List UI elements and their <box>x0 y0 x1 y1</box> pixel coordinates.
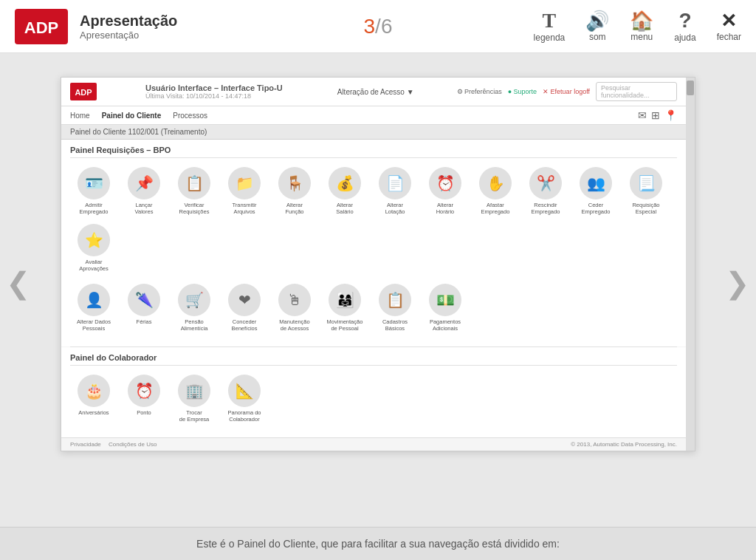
browser-content: ADP Usuário Interface – Interface Tipo-U… <box>61 78 686 451</box>
fechar-icon: ✕ <box>721 11 737 30</box>
main-area: ❮ ADP Usuário Interface – Interface Tipo… <box>0 62 756 459</box>
colaborador-icon-item[interactable]: 📐Panorama doColaborador <box>221 372 268 426</box>
search-box[interactable]: Pesquisar funcionalidade... <box>596 82 677 101</box>
nav-icons-right: ✉ ⊞ 📍 <box>638 109 677 121</box>
support-link[interactable]: ● Suporte <box>508 88 537 95</box>
fechar-button[interactable]: ✕ fechar <box>717 11 741 42</box>
footer-terms-link[interactable]: Condições de Uso <box>109 441 157 448</box>
colaborador-icon-item[interactable]: 🎂Aniversários <box>70 372 117 426</box>
app-header: ADP Usuário Interface – Interface Tipo-U… <box>61 78 686 106</box>
user-name: Usuário Interface – Interface Tipo-U <box>145 83 283 92</box>
preferences-link[interactable]: ⚙ Preferências <box>457 88 502 95</box>
next-slide-button[interactable]: ❯ <box>725 266 750 300</box>
bpo-icon-item[interactable]: 📋VerificarRequisições <box>171 164 218 218</box>
icon-circle: 🌂 <box>128 284 160 316</box>
nav-painel[interactable]: Painel do Cliente <box>102 110 162 121</box>
bpo-icon-item[interactable]: ⏰AlterarHorário <box>422 164 469 218</box>
icon-label: VerificarRequisições <box>179 202 210 215</box>
prev-slide-button[interactable]: ❮ <box>6 266 31 300</box>
icon-circle: ⭐ <box>78 224 110 256</box>
bpo-row2-icon-item[interactable]: 📋CadastrosBásicos <box>371 281 419 335</box>
adp-logo: ADP <box>15 9 68 44</box>
top-bar: ADP Apresentação Apresentação 3/6 T lege… <box>0 0 756 53</box>
icon-circle: ⏰ <box>128 375 160 407</box>
bpo-row2-icon-item[interactable]: ❤ConcederBenefícios <box>221 281 268 335</box>
panel-bpo-section: Painel Requisições – BPO 🪪AdmitirEmprega… <box>61 140 686 346</box>
bpo-row2-icon-item[interactable]: 🛒PensãoAlimentícia <box>171 281 218 335</box>
search-placeholder: Pesquisar funcionalidade... <box>601 84 650 99</box>
footer-privacy-link[interactable]: Privacidade <box>70 441 101 448</box>
header-right: ⚙ Preferências ● Suporte ✕ Efetuar logof… <box>457 82 677 101</box>
legenda-label: legenda <box>534 33 566 43</box>
icon-label: TransmitirArquivos <box>232 202 256 215</box>
bpo-icon-item[interactable]: ✋AfastarEmpregado <box>472 164 519 218</box>
bpo-row2-icon-item[interactable]: 🖱Manutençãode Acessos <box>271 281 318 335</box>
som-button[interactable]: 🔊 som <box>585 11 609 42</box>
bpo-icons-row2: 👤Alterar DadosPessoais🌂Férias🛒PensãoAlim… <box>70 281 677 341</box>
icon-circle: 🎂 <box>78 375 110 407</box>
svg-text:ADP: ADP <box>75 88 92 97</box>
scrollbar-thumb[interactable] <box>687 81 694 95</box>
icon-label: Ponto <box>137 409 151 416</box>
title-block: Apresentação Apresentação <box>80 13 177 41</box>
nav-home[interactable]: Home <box>70 110 90 121</box>
footer-copyright: © 2013, Automatic Data Processing, Inc. <box>571 441 677 448</box>
bpo-icon-item[interactable]: ✂️RescindirEmpregado <box>522 164 569 218</box>
icon-label: Alterar DadosPessoais <box>77 318 111 332</box>
nav-processos[interactable]: Processos <box>173 110 207 121</box>
icon-circle: 🛒 <box>178 284 210 316</box>
icon-label: Trocarde Empresa <box>179 409 209 423</box>
icon-label: LançarValores <box>135 202 154 215</box>
bpo-icon-item[interactable]: 📃RequisiçãoEspecial <box>622 164 670 218</box>
bpo-icon-item[interactable]: 📌LançarValores <box>120 164 168 218</box>
logoff-link[interactable]: ✕ Efetuar logoff <box>543 88 590 95</box>
icon-circle: 📌 <box>128 167 160 199</box>
icon-circle: 👤 <box>78 284 110 316</box>
slide-counter: 3/6 <box>364 15 393 38</box>
icon-label: AlterarLotação <box>385 202 405 215</box>
bpo-icon-item[interactable]: 💰AlterarSalário <box>321 164 368 218</box>
bpo-icon-item[interactable]: 🪑AlterarFunção <box>271 164 318 218</box>
bpo-icon-item[interactable]: 🪪AdmitirEmpregado <box>70 164 117 218</box>
access-change-link[interactable]: Alteração de Acesso ▼ <box>337 88 414 96</box>
panel-bpo-title: Painel Requisições – BPO <box>70 146 677 158</box>
icon-circle: 📐 <box>228 375 261 407</box>
bottom-caption: Este é o Painel do Cliente, que para fac… <box>0 527 756 560</box>
icon-label: Movimentaçãode Pessoal <box>327 318 363 332</box>
icon-label: AvaliarAprovações <box>79 259 109 272</box>
som-icon: 🔊 <box>585 11 609 30</box>
app-footer: Privacidade Condições de Uso © 2013, Aut… <box>61 437 686 451</box>
bpo-row2-icon-item[interactable]: 👤Alterar DadosPessoais <box>70 281 117 335</box>
scrollbar[interactable] <box>686 78 695 451</box>
som-label: som <box>589 32 606 42</box>
bpo-row2-icon-item[interactable]: 💵PagamentosAdicionais <box>422 281 469 335</box>
bpo-icon-item[interactable]: 📄AlterarLotação <box>371 164 419 218</box>
fechar-label: fechar <box>717 32 741 42</box>
bpo-icon-item[interactable]: 👥CederEmpregado <box>572 164 619 218</box>
icon-circle: ✂️ <box>529 167 562 199</box>
mail-icon[interactable]: ✉ <box>638 109 647 121</box>
icon-label: AlterarFunção <box>285 202 303 215</box>
icon-label: Aniversários <box>78 409 109 416</box>
icon-circle: 🪑 <box>278 167 311 199</box>
bpo-icon-item[interactable]: ⭐AvaliarAprovações <box>70 221 117 275</box>
ajuda-button[interactable]: ? ajuda <box>674 10 695 43</box>
browser-inner: ADP Usuário Interface – Interface Tipo-U… <box>61 78 695 451</box>
grid-icon[interactable]: ⊞ <box>651 109 660 121</box>
icon-label: AlterarHorário <box>436 202 455 215</box>
top-navigation: T legenda 🔊 som 🏠 menu ? ajuda ✕ fechar <box>534 10 741 43</box>
bpo-icon-item[interactable]: 📁TransmitirArquivos <box>221 164 268 218</box>
menu-button[interactable]: 🏠 menu <box>630 11 653 42</box>
icon-circle: 🖱 <box>278 284 311 316</box>
legenda-button[interactable]: T legenda <box>534 10 566 43</box>
pin-icon[interactable]: 📍 <box>664 109 677 121</box>
colaborador-icon-item[interactable]: ⏰Ponto <box>120 372 168 426</box>
colaborador-icon-item[interactable]: 🏢Trocarde Empresa <box>171 372 218 426</box>
app-navbar: Home Painel do Cliente Processos ✉ ⊞ 📍 <box>61 106 686 125</box>
presentation-title: Apresentação <box>80 13 177 30</box>
icon-label: PensãoAlimentícia <box>181 318 208 332</box>
bpo-row2-icon-item[interactable]: 👨‍👩‍👧Movimentaçãode Pessoal <box>321 281 368 335</box>
icon-circle: 👨‍👩‍👧 <box>329 284 361 316</box>
bpo-row2-icon-item[interactable]: 🌂Férias <box>120 281 168 335</box>
icon-circle: 💵 <box>429 284 461 316</box>
